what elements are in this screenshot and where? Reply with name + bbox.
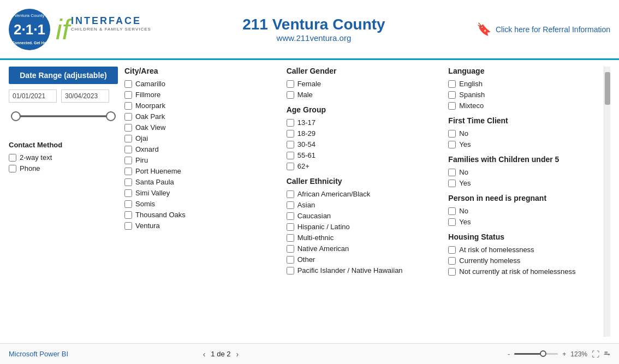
city-area-checkbox-1[interactable] (124, 91, 132, 99)
pregnant-checkbox-0[interactable] (448, 207, 456, 215)
city-area-checkbox-4[interactable] (124, 124, 132, 132)
language-checkbox-2[interactable] (448, 102, 456, 110)
caller-ethnicity-checkbox-3[interactable] (287, 223, 294, 231)
language-checkbox-1[interactable] (448, 91, 456, 99)
city-area-label-0: Camarillo (135, 80, 165, 88)
caller-ethnicity-label-1: Asian (297, 201, 316, 209)
city-area-label-7: Piru (135, 156, 148, 164)
filter-columns: City/Area CamarilloFillmoreMoorparkOak P… (118, 67, 604, 337)
caller-ethnicity-item-4: Multi-ethnic (287, 234, 436, 242)
city-area-label-8: Port Hueneme (135, 167, 181, 175)
city-area-checkbox-12[interactable] (124, 211, 132, 219)
slider-fill (14, 116, 112, 117)
housing-label-0: At risk of homelessness (459, 246, 534, 254)
housing-checkbox-2[interactable] (448, 268, 456, 276)
age-group-label-4: 62+ (297, 162, 310, 170)
city-area-checkbox-9[interactable] (124, 178, 132, 186)
pregnant-title: Person in need is pregnant (448, 194, 597, 202)
language-checkbox-0[interactable] (448, 80, 456, 88)
caller-ethnicity-checkbox-4[interactable] (287, 234, 294, 242)
age-group-checkbox-1[interactable] (287, 130, 294, 138)
city-area-item-8: Port Hueneme (124, 167, 273, 175)
caller-ethnicity-checkbox-1[interactable] (287, 201, 294, 209)
zoom-thumb[interactable] (540, 350, 546, 357)
city-area-item-4: Oak View (124, 123, 273, 132)
scrollbar-thumb[interactable] (605, 72, 610, 105)
date-start-input[interactable] (9, 89, 57, 103)
first-time-client-checkbox-1[interactable] (448, 141, 456, 148)
age-group-checkbox-4[interactable] (287, 163, 294, 170)
caller-ethnicity-label-2: Caucasian (297, 212, 331, 220)
fullscreen-icon[interactable]: ⥱ (604, 350, 610, 359)
families-checkbox-1[interactable] (448, 180, 456, 187)
caller-ethnicity-checkbox-7[interactable] (287, 267, 294, 275)
range-slider[interactable] (9, 108, 118, 124)
interface-main-text: INTERFACE (71, 15, 151, 27)
city-area-checkbox-2[interactable] (124, 102, 132, 110)
caller-ethnicity-checkbox-6[interactable] (287, 256, 294, 264)
city-area-label-13: Ventura (135, 222, 160, 230)
pregnant-checkbox-1[interactable] (448, 218, 456, 226)
next-page-arrow[interactable]: › (236, 350, 239, 359)
language-label-1: Spanish (459, 91, 485, 99)
caller-gender-checkbox-1[interactable] (287, 91, 294, 99)
contact-method-checkbox-1[interactable] (9, 165, 16, 172)
first-time-client-item-1: Yes (448, 140, 597, 148)
slider-thumb-left[interactable] (11, 111, 21, 121)
city-area-checkbox-11[interactable] (124, 200, 132, 208)
age-group-checkbox-3[interactable] (287, 152, 294, 159)
scrollbar[interactable] (604, 67, 610, 337)
slider-thumb-right[interactable] (106, 111, 116, 121)
caller-ethnicity-item-0: African American/Black (287, 190, 436, 198)
age-group-item-3: 55-61 (287, 151, 436, 159)
prev-page-arrow[interactable]: ‹ (203, 350, 206, 359)
logo-211: Ventura County 2·1·1 Get Connected. Get … (9, 9, 50, 50)
city-area-checkbox-7[interactable] (124, 157, 132, 164)
caller-ethnicity-item-6: Other (287, 255, 436, 264)
city-area-checkbox-8[interactable] (124, 168, 132, 175)
website-link[interactable]: www.211ventura.org (277, 33, 352, 43)
city-area-checkbox-5[interactable] (124, 135, 132, 142)
date-range-box: Date Range (adjustable) (9, 67, 118, 84)
city-area-checkbox-3[interactable] (124, 113, 132, 121)
age-group-checkbox-2[interactable] (287, 141, 294, 148)
caller-ethnicity-checkbox-0[interactable] (287, 190, 294, 198)
caller-ethnicity-label-4: Multi-ethnic (297, 234, 334, 242)
contact-method-label-1: Phone (20, 164, 40, 172)
city-area-item-10: Simi Valley (124, 189, 273, 197)
age-group-checkbox-0[interactable] (287, 119, 294, 127)
language-label-0: English (459, 80, 483, 88)
date-inputs (9, 89, 118, 103)
caller-gender-checkbox-0[interactable] (287, 80, 294, 88)
city-area-label-5: Ojai (135, 134, 148, 142)
caller-ethnicity-checkbox-2[interactable] (287, 212, 294, 220)
age-group-label-2: 30-54 (297, 140, 316, 148)
city-area-checkbox-13[interactable] (124, 222, 132, 230)
city-area-checkbox-0[interactable] (124, 80, 132, 88)
city-area-checkbox-10[interactable] (124, 189, 132, 197)
caller-ethnicity-checkbox-5[interactable] (287, 245, 294, 253)
referral-link-text[interactable]: Click here for Referral Information (496, 25, 610, 34)
city-area-item-0: Camarillo (124, 80, 273, 88)
if-logo: if INTERFACE CHILDREN & FAMILY SERVICES (56, 15, 151, 44)
zoom-track[interactable] (514, 353, 558, 355)
fit-page-icon[interactable]: ⛶ (592, 350, 599, 359)
first-time-client-checkbox-0[interactable] (448, 130, 456, 138)
date-end-input[interactable] (61, 89, 109, 103)
referral-area[interactable]: 🔖 Click here for Referral Information (477, 22, 610, 37)
zoom-minus[interactable]: - (508, 350, 510, 358)
zoom-plus[interactable]: + (562, 350, 566, 358)
city-area-item-7: Piru (124, 156, 273, 164)
zoom-fill (514, 353, 540, 355)
housing-checkbox-1[interactable] (448, 257, 456, 265)
city-area-col: City/Area CamarilloFillmoreMoorparkOak P… (118, 67, 280, 337)
families-checkbox-0[interactable] (448, 169, 456, 176)
city-area-checkbox-6[interactable] (124, 146, 132, 153)
housing-checkbox-0[interactable] (448, 246, 456, 254)
right-col: Language EnglishSpanishMixteco First Tim… (442, 67, 604, 337)
contact-method-checkbox-0[interactable] (9, 154, 16, 162)
housing-checkboxes: At risk of homelessnessCurrently homeles… (448, 246, 597, 276)
caller-gender-item-0: Female (287, 80, 436, 88)
powerbi-link[interactable]: Microsoft Power BI (9, 350, 68, 358)
housing-title: Housing Status (448, 232, 597, 241)
